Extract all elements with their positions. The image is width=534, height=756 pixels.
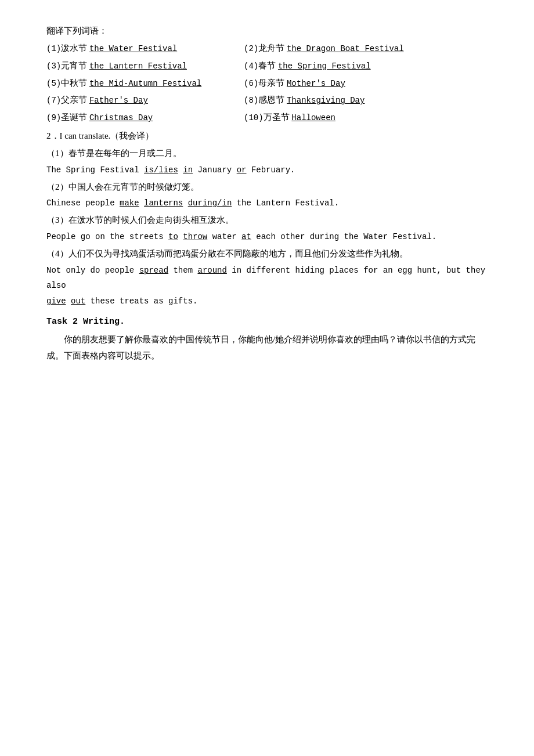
vocab-item-8: (8)感恩节 Thanksgiving Day [244, 92, 365, 108]
translation-4: （4）人们不仅为寻找鸡蛋活动而把鸡蛋分散在不同隐蔽的地方，而且他们分发这些作为礼… [46, 246, 488, 309]
vocab-row-3: (5)中秋节 the Mid-Autumn Festival (6)母亲节 Mo… [46, 75, 488, 92]
translation-1: （1）春节是在每年的一月或二月。 The Spring Festival is/… [46, 146, 488, 178]
en-4-line1: Not only do people spread them around in… [46, 263, 488, 294]
vocab-row-5: (9)圣诞节 Christmas Day (10)万圣节 Halloween [46, 110, 488, 126]
task2-body: 你的朋友想要了解你最喜欢的中国传统节日，你能向他/她介绍并说明你喜欢的理由吗？请… [46, 332, 488, 364]
vocab-item-6: (6)母亲节 Mother's Day [244, 75, 345, 92]
vocab-item-3: (3)元宵节 the Lantern Festival [46, 58, 244, 74]
task2-title: Task 2 Writing. [46, 314, 488, 330]
vocab-row-1: (1)泼水节 the Water Festival (2)龙舟节 the Dra… [46, 41, 488, 57]
vocab-item-5: (5)中秋节 the Mid-Autumn Festival [46, 75, 244, 92]
translation-2: （2）中国人会在元宵节的时候做灯笼。 Chinese people make l… [46, 179, 488, 212]
task2-section: Task 2 Writing. 你的朋友想要了解你最喜欢的中国传统节日，你能向他… [46, 314, 488, 364]
en-3: People go on the streets to throw water … [46, 230, 488, 245]
vocab-section: (1)泼水节 the Water Festival (2)龙舟节 the Dra… [46, 41, 488, 126]
vocab-item-10: (10)万圣节 Halloween [244, 110, 335, 126]
heading: 翻译下列词语： [46, 23, 488, 39]
cn-3: （3）在泼水节的时候人们会走向街头相互泼水。 [46, 212, 488, 229]
vocab-item-7: (7)父亲节 Father's Day [46, 92, 244, 108]
vocab-item-4: (4)春节 the Spring Festival [244, 58, 371, 74]
vocab-row-4: (7)父亲节 Father's Day (8)感恩节 Thanksgiving … [46, 92, 488, 108]
page-content: 翻译下列词语： (1)泼水节 the Water Festival (2)龙舟节… [46, 23, 488, 364]
en-1: The Spring Festival is/lies in January o… [46, 163, 488, 178]
section2-title: 2．I can translate.（我会译） [46, 128, 488, 144]
vocab-row-2: (3)元宵节 the Lantern Festival (4)春节 the Sp… [46, 58, 488, 74]
en-2: Chinese people make lanterns during/in t… [46, 196, 488, 211]
vocab-item-1: (1)泼水节 the Water Festival [46, 41, 244, 57]
cn-1: （1）春节是在每年的一月或二月。 [46, 146, 488, 162]
cn-2: （2）中国人会在元宵节的时候做灯笼。 [46, 179, 488, 196]
vocab-item-9: (9)圣诞节 Christmas Day [46, 110, 244, 126]
translation-3: （3）在泼水节的时候人们会走向街头相互泼水。 People go on the … [46, 212, 488, 245]
cn-4: （4）人们不仅为寻找鸡蛋活动而把鸡蛋分散在不同隐蔽的地方，而且他们分发这些作为礼… [46, 246, 488, 262]
vocab-item-2: (2)龙舟节 the Dragon Boat Festival [244, 41, 404, 57]
en-4-line2: give out these treats as gifts. [46, 294, 488, 309]
